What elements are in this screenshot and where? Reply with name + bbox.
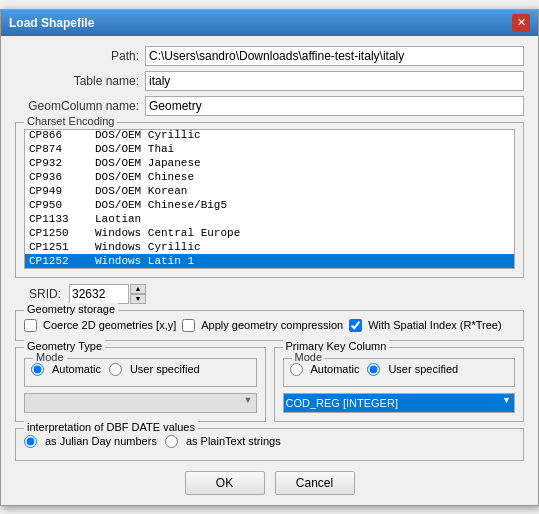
primary-key-group: Primary Key Column Mode Automatic User s… <box>274 347 525 422</box>
srid-spinner: ▲ ▼ <box>130 284 146 304</box>
geometry-type-dropdown[interactable] <box>24 393 257 413</box>
geometry-user-label: User specified <box>130 363 200 375</box>
table-input[interactable] <box>145 71 524 91</box>
charset-item[interactable]: CP1250 Windows Central Europe <box>25 226 514 240</box>
geometry-auto-radio[interactable] <box>31 363 44 376</box>
srid-row: SRID: ▲ ▼ <box>15 284 524 304</box>
primary-mode-title: Mode <box>292 351 326 363</box>
srid-input[interactable] <box>69 284 129 304</box>
charset-item[interactable]: CP874 DOS/OEM Thai <box>25 142 514 156</box>
table-label: Table name: <box>15 74 145 88</box>
compression-label: Apply geometry compression <box>201 319 343 331</box>
compression-checkbox[interactable] <box>182 319 195 332</box>
srid-label: SRID: <box>29 287 69 301</box>
charset-item[interactable]: CP1133 Laotian <box>25 212 514 226</box>
srid-up-button[interactable]: ▲ <box>130 284 146 294</box>
close-button[interactable]: ✕ <box>512 14 530 32</box>
path-input[interactable] <box>145 46 524 66</box>
dbf-radio-row: as Julian Day numbers as PlainText strin… <box>24 435 515 448</box>
mode-columns: Geometry Type Mode Automatic User specif… <box>15 347 524 422</box>
geometry-storage-title: Geometry storage <box>24 303 118 315</box>
primary-auto-label: Automatic <box>311 363 360 375</box>
primary-key-dropdown[interactable]: COD_REG [INTEGER] <box>283 393 516 413</box>
dbf-title: interpretation of DBF DATE values <box>24 421 198 433</box>
geom-label: GeomColumn name: <box>15 99 145 113</box>
cancel-button[interactable]: Cancel <box>275 471 355 495</box>
path-label: Path: <box>15 49 145 63</box>
table-name-row: Table name: <box>15 71 524 91</box>
charset-item[interactable]: CP932 DOS/OEM Japanese <box>25 156 514 170</box>
charset-group: Charset Encoding CP866 DOS/OEM CyrillicC… <box>15 122 524 278</box>
primary-auto-radio[interactable] <box>290 363 303 376</box>
dbf-plaintext-label: as PlainText strings <box>186 435 281 447</box>
button-row: OK Cancel <box>15 471 524 495</box>
geometry-type-group: Geometry Type Mode Automatic User specif… <box>15 347 266 422</box>
spatial-index-checkbox[interactable] <box>349 319 362 332</box>
spatial-label: With Spatial Index (R*Tree) <box>368 319 501 331</box>
load-shapefile-dialog: Load Shapefile ✕ Path: Table name: GeomC… <box>0 9 539 506</box>
charset-item[interactable]: CP1252 Windows Latin 1 <box>25 254 514 268</box>
geometry-user-radio[interactable] <box>109 363 122 376</box>
geometry-mode-title: Mode <box>33 351 67 363</box>
geometry-auto-row: Automatic User specified <box>31 363 250 376</box>
charset-item[interactable]: CP866 DOS/OEM Cyrillic <box>25 129 514 142</box>
geom-column-row: GeomColumn name: <box>15 96 524 116</box>
dbf-plaintext-radio[interactable] <box>165 435 178 448</box>
charset-item[interactable]: CP950 DOS/OEM Chinese/Big5 <box>25 198 514 212</box>
ok-button[interactable]: OK <box>185 471 265 495</box>
charset-title: Charset Encoding <box>24 115 117 127</box>
primary-auto-row: Automatic User specified <box>290 363 509 376</box>
dbf-julian-radio[interactable] <box>24 435 37 448</box>
primary-user-label: User specified <box>388 363 458 375</box>
charset-list[interactable]: CP866 DOS/OEM CyrillicCP874 DOS/OEM Thai… <box>24 129 515 269</box>
charset-item[interactable]: CP1251 Windows Cyrillic <box>25 240 514 254</box>
geom-input[interactable] <box>145 96 524 116</box>
primary-user-radio[interactable] <box>367 363 380 376</box>
path-row: Path: <box>15 46 524 66</box>
charset-item[interactable]: CP936 DOS/OEM Chinese <box>25 170 514 184</box>
dbf-julian-label: as Julian Day numbers <box>45 435 157 447</box>
geometry-auto-label: Automatic <box>52 363 101 375</box>
geometry-storage-group: Geometry storage Coerce 2D geometries [x… <box>15 310 524 341</box>
geometry-type-dropdown-wrapper <box>24 393 257 413</box>
primary-key-dropdown-wrapper: COD_REG [INTEGER] <box>283 393 516 413</box>
dbf-group: interpretation of DBF DATE values as Jul… <box>15 428 524 461</box>
charset-item[interactable]: CP949 DOS/OEM Korean <box>25 184 514 198</box>
coerce-label: Coerce 2D geometries [x,y] <box>43 319 176 331</box>
coerce-row: Coerce 2D geometries [x,y] Apply geometr… <box>24 319 515 332</box>
srid-down-button[interactable]: ▼ <box>130 294 146 304</box>
coerce-checkbox[interactable] <box>24 319 37 332</box>
titlebar: Load Shapefile ✕ <box>1 10 538 36</box>
window-title: Load Shapefile <box>9 16 94 30</box>
